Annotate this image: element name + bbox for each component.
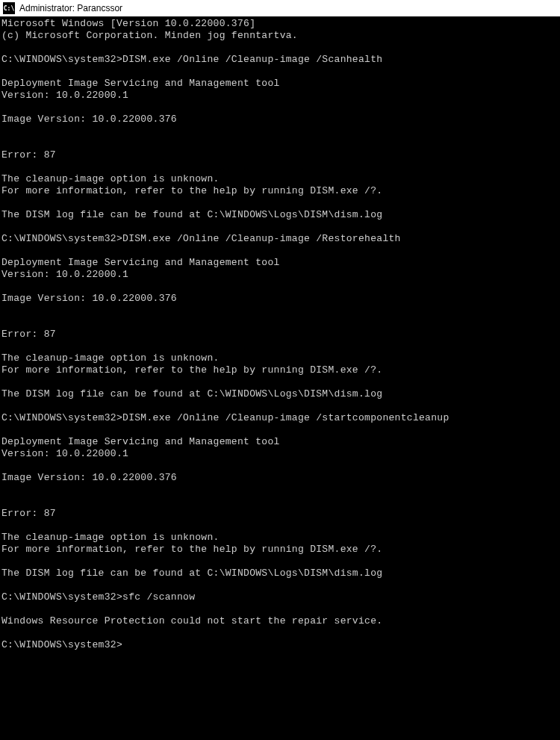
terminal-line: Error: 87 [1, 149, 559, 161]
terminal-line [1, 424, 559, 436]
terminal-line [1, 102, 559, 114]
terminal-line [1, 627, 559, 639]
cmd-icon: C:\ [3, 2, 15, 14]
terminal-line: The cleanup-image option is unknown. [1, 352, 559, 364]
terminal-line: The DISM log file can be found at C:\WIN… [1, 568, 559, 579]
cmd-icon-text: C:\ [4, 5, 14, 12]
terminal-line: C:\WINDOWS\system32> [1, 639, 559, 651]
terminal-line: Error: 87 [1, 329, 559, 341]
terminal-line: (c) Microsoft Corporation. Minden jog fe… [1, 30, 559, 42]
terminal-line: The cleanup-image option is unknown. [1, 173, 559, 185]
terminal-line: Windows Resource Protection could not st… [1, 615, 559, 627]
terminal-line [1, 400, 559, 412]
terminal-line [1, 125, 559, 137]
terminal-line [1, 221, 559, 233]
terminal-line: Image Version: 10.0.22000.376 [1, 114, 559, 125]
terminal-line [1, 556, 559, 568]
terminal-line [1, 460, 559, 472]
terminal-line: The DISM log file can be found at C:\WIN… [1, 388, 559, 400]
terminal-line [1, 66, 559, 78]
terminal-line: Version: 10.0.22000.1 [1, 269, 559, 281]
terminal-line: Deployment Image Servicing and Managemen… [1, 257, 559, 269]
terminal-output[interactable]: Microsoft Windows [Version 10.0.22000.37… [0, 16, 560, 653]
terminal-line: Microsoft Windows [Version 10.0.22000.37… [1, 18, 559, 30]
terminal-line: C:\WINDOWS\system32>sfc /scannow [1, 591, 559, 603]
terminal-line [1, 137, 559, 149]
terminal-line [1, 376, 559, 388]
terminal-line [1, 484, 559, 496]
terminal-line [1, 245, 559, 257]
terminal-line: The cleanup-image option is unknown. [1, 532, 559, 544]
terminal-line: C:\WINDOWS\system32>DISM.exe /Online /Cl… [1, 412, 559, 424]
terminal-line: Deployment Image Servicing and Managemen… [1, 436, 559, 448]
terminal-line: Deployment Image Servicing and Managemen… [1, 78, 559, 90]
terminal-line [1, 603, 559, 615]
terminal-line [1, 305, 559, 317]
terminal-line [1, 317, 559, 329]
terminal-line: For more information, refer to the help … [1, 544, 559, 556]
terminal-line [1, 161, 559, 173]
terminal-line: For more information, refer to the help … [1, 185, 559, 197]
terminal-line [1, 42, 559, 54]
terminal-line [1, 341, 559, 352]
terminal-line: Image Version: 10.0.22000.376 [1, 293, 559, 305]
terminal-line: Error: 87 [1, 508, 559, 520]
terminal-line: Version: 10.0.22000.1 [1, 90, 559, 102]
terminal-line: Image Version: 10.0.22000.376 [1, 472, 559, 484]
terminal-line [1, 197, 559, 209]
terminal-line [1, 520, 559, 532]
terminal-line: For more information, refer to the help … [1, 364, 559, 376]
window-title: Administrator: Parancssor [19, 3, 122, 13]
window-titlebar[interactable]: C:\ Administrator: Parancssor [0, 0, 560, 16]
terminal-line: The DISM log file can be found at C:\WIN… [1, 209, 559, 221]
terminal-line: Version: 10.0.22000.1 [1, 448, 559, 460]
terminal-line: C:\WINDOWS\system32>DISM.exe /Online /Cl… [1, 54, 559, 66]
terminal-line: C:\WINDOWS\system32>DISM.exe /Online /Cl… [1, 233, 559, 245]
terminal-line [1, 496, 559, 508]
terminal-line [1, 281, 559, 293]
terminal-line [1, 579, 559, 591]
